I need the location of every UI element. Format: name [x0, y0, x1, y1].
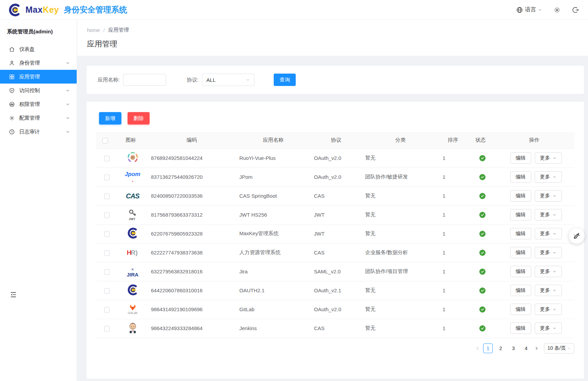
more-button[interactable]: 更多	[535, 190, 562, 202]
sidebar-item-label: 应用管理	[19, 74, 40, 80]
cell-protocol: CAS	[311, 186, 362, 205]
sidebar-item-home[interactable]: 仪表盘	[0, 42, 77, 56]
more-button[interactable]: 更多	[535, 171, 562, 183]
search-button[interactable]: 查询	[274, 74, 296, 86]
cell-icon	[114, 224, 148, 243]
language-label: 语言	[525, 6, 536, 13]
more-button[interactable]: 更多	[535, 323, 562, 334]
add-button[interactable]: 新增	[99, 112, 121, 124]
edit-button[interactable]: 编辑	[510, 171, 531, 183]
column-header: 协议	[311, 132, 362, 149]
cell-name: JWT HS256	[236, 205, 311, 224]
more-button[interactable]: 更多	[535, 304, 562, 315]
hr-logo-icon: HR)	[128, 249, 138, 256]
page-number-3[interactable]: 3	[509, 344, 518, 353]
status-enabled-icon	[479, 212, 486, 218]
column-header: 分类	[362, 132, 439, 149]
brand-name: MaxKey	[25, 5, 59, 15]
more-button[interactable]: 更多	[535, 266, 562, 277]
logout-icon[interactable]	[572, 7, 579, 13]
sidebar-item-label: 日志审计	[19, 129, 40, 135]
edit-button[interactable]: 编辑	[510, 304, 531, 315]
status-enabled-icon	[479, 155, 486, 161]
row-checkbox[interactable]	[104, 213, 110, 218]
row-checkbox[interactable]	[104, 288, 110, 294]
cell-sort: 1	[439, 300, 467, 319]
edit-button[interactable]: 编辑	[510, 266, 531, 277]
sidebar-item-user[interactable]: 身份管理	[0, 56, 77, 70]
more-button[interactable]: 更多	[535, 209, 562, 220]
cell-code: 622227747938373638	[148, 243, 236, 262]
column-header: 操作	[494, 132, 574, 149]
row-checkbox[interactable]	[104, 175, 110, 180]
more-button[interactable]: 更多	[535, 228, 562, 239]
sidebar-item-appstore[interactable]: 应用管理	[0, 70, 77, 84]
edit-button[interactable]: 编辑	[510, 228, 531, 239]
cell-status	[467, 186, 494, 205]
jwt-logo-icon: JWT	[128, 209, 137, 221]
edit-button[interactable]: 编辑	[510, 209, 531, 220]
sidebar-item-label: 仪表盘	[19, 46, 35, 53]
page-number-1[interactable]: 1	[483, 344, 493, 353]
cell-code: 986431492190109696	[148, 300, 236, 319]
home-icon	[9, 46, 15, 52]
edit-button[interactable]: 编辑	[510, 247, 531, 258]
table-row: ✕JIRA632279563832918016JiraSAML_v2.0团队协作…	[96, 262, 574, 281]
cell-protocol: CAS	[311, 243, 362, 262]
delete-button[interactable]: 删除	[128, 112, 150, 124]
theme-wand-button[interactable]	[569, 228, 585, 244]
pagination-prev-icon[interactable]	[475, 346, 480, 351]
row-checkbox[interactable]	[104, 194, 110, 199]
page-number-4[interactable]: 4	[521, 344, 531, 353]
select-all-checkbox[interactable]	[102, 138, 108, 143]
current-user-label: 系统管理员(admin)	[0, 20, 77, 42]
chevron-down-icon	[567, 346, 571, 350]
status-enabled-icon	[479, 325, 486, 331]
cell-code: 876892492581044224	[148, 149, 236, 167]
row-checkbox[interactable]	[104, 269, 110, 275]
edit-button[interactable]: 编辑	[510, 285, 531, 296]
app-name-input[interactable]	[123, 74, 166, 86]
cell-sort: 1	[439, 262, 467, 281]
breadcrumb: home / 应用管理	[77, 20, 588, 33]
protocol-select[interactable]: ALL	[202, 74, 254, 86]
row-checkbox[interactable]	[104, 156, 110, 161]
sidebar-item-label: 身份管理	[19, 60, 40, 66]
edit-button[interactable]: 编辑	[510, 190, 531, 202]
chevron-down-icon	[553, 270, 556, 273]
page-number-2[interactable]: 2	[496, 344, 505, 353]
menu-fold-icon[interactable]	[10, 291, 17, 298]
sidebar-item-crown[interactable]: 权限管理	[0, 97, 77, 111]
sidebar-item-clock[interactable]: 日志审计	[0, 125, 77, 139]
cell-status	[467, 281, 494, 300]
jira-logo-icon: ✕JIRA	[127, 268, 138, 277]
chevron-down-icon	[553, 232, 556, 236]
page-size-select[interactable]: 10 条/页	[544, 343, 574, 353]
edit-button[interactable]: 编辑	[510, 323, 531, 334]
row-checkbox[interactable]	[104, 307, 110, 313]
cell-status	[467, 167, 494, 186]
sidebar-item-safety[interactable]: 访问控制	[0, 84, 77, 97]
more-button[interactable]: 更多	[535, 285, 562, 296]
edit-button[interactable]: 编辑	[510, 152, 531, 164]
table-row: 876892492581044224RuoYi-Vue-PlusOAuth_v2…	[96, 149, 574, 167]
cell-name: JPom	[236, 167, 311, 186]
more-button[interactable]: 更多	[535, 247, 562, 258]
sidebar-item-setting[interactable]: 配置管理	[0, 111, 77, 125]
chevron-down-icon	[553, 213, 556, 217]
cell-icon: ✕JIRA	[114, 262, 148, 281]
cell-status	[467, 243, 494, 262]
cell-icon	[114, 281, 148, 300]
more-button[interactable]: 更多	[535, 152, 562, 164]
pagination-next-icon[interactable]	[534, 346, 539, 351]
row-checkbox[interactable]	[104, 250, 110, 256]
app-name-label: 应用名称:	[98, 77, 120, 83]
gear-icon[interactable]	[554, 7, 560, 13]
table-row: GitLab986431492190109696GitLabOAuth_v2.0…	[96, 300, 574, 319]
row-checkbox[interactable]	[104, 326, 110, 331]
row-checkbox[interactable]	[104, 231, 110, 237]
chevron-down-icon	[538, 8, 542, 12]
chevron-down-icon	[553, 289, 556, 292]
language-switcher[interactable]: 语言	[516, 6, 542, 13]
breadcrumb-home-link[interactable]: home	[87, 27, 100, 33]
